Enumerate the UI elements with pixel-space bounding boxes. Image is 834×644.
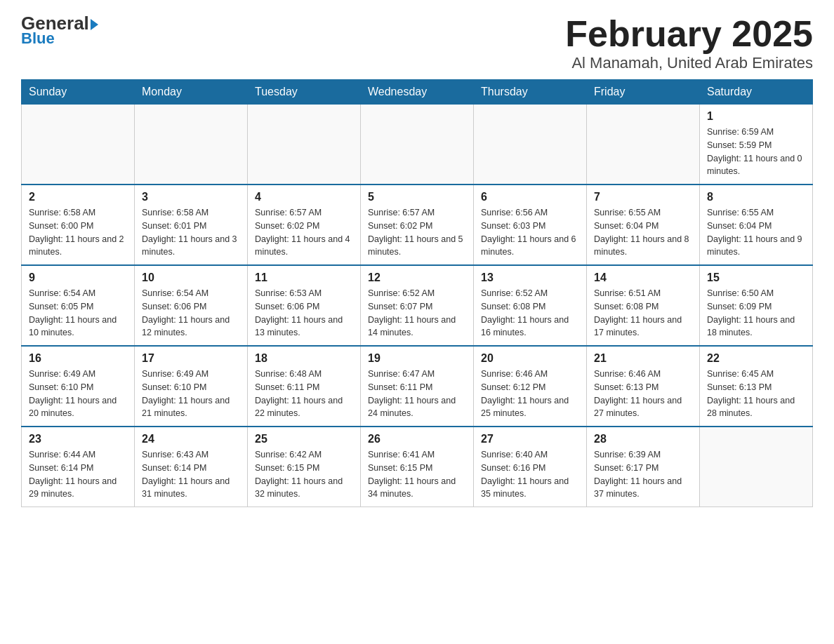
day-info: Sunrise: 6:46 AM Sunset: 6:12 PM Dayligh…: [481, 368, 579, 420]
calendar-body: 1Sunrise: 6:59 AM Sunset: 5:59 PM Daylig…: [22, 105, 813, 507]
calendar-cell: 21Sunrise: 6:46 AM Sunset: 6:13 PM Dayli…: [587, 346, 700, 427]
calendar-cell: 9Sunrise: 6:54 AM Sunset: 6:05 PM Daylig…: [22, 265, 135, 346]
calendar-cell: 2Sunrise: 6:58 AM Sunset: 6:00 PM Daylig…: [22, 185, 135, 265]
calendar-cell: 16Sunrise: 6:49 AM Sunset: 6:10 PM Dayli…: [22, 346, 135, 427]
day-info: Sunrise: 6:45 AM Sunset: 6:13 PM Dayligh…: [707, 368, 805, 420]
day-number: 19: [368, 352, 466, 365]
calendar-cell: 20Sunrise: 6:46 AM Sunset: 6:12 PM Dayli…: [474, 346, 587, 427]
day-number: 12: [368, 271, 466, 284]
day-number: 25: [255, 433, 353, 445]
day-number: 7: [594, 191, 692, 203]
calendar-cell: 3Sunrise: 6:58 AM Sunset: 6:01 PM Daylig…: [135, 185, 248, 265]
day-number: 14: [594, 271, 692, 284]
calendar-cell: 8Sunrise: 6:55 AM Sunset: 6:04 PM Daylig…: [700, 185, 813, 265]
day-info: Sunrise: 6:59 AM Sunset: 5:59 PM Dayligh…: [707, 126, 805, 178]
calendar-cell: 10Sunrise: 6:54 AM Sunset: 6:06 PM Dayli…: [135, 265, 248, 346]
calendar-week-row: 23Sunrise: 6:44 AM Sunset: 6:14 PM Dayli…: [22, 427, 813, 507]
day-number: 16: [29, 352, 127, 365]
day-info: Sunrise: 6:50 AM Sunset: 6:09 PM Dayligh…: [707, 287, 805, 340]
calendar-cell: 19Sunrise: 6:47 AM Sunset: 6:11 PM Dayli…: [361, 346, 474, 427]
header-thursday: Thursday: [474, 80, 587, 105]
calendar-subtitle: Al Manamah, United Arab Emirates: [565, 54, 813, 72]
calendar-cell: 28Sunrise: 6:39 AM Sunset: 6:17 PM Dayli…: [587, 427, 700, 507]
calendar-cell: 14Sunrise: 6:51 AM Sunset: 6:08 PM Dayli…: [587, 265, 700, 346]
calendar-cell: [474, 105, 587, 185]
day-number: 13: [481, 271, 579, 284]
day-info: Sunrise: 6:53 AM Sunset: 6:06 PM Dayligh…: [255, 287, 353, 340]
day-number: 5: [368, 191, 466, 203]
calendar-cell: [248, 105, 361, 185]
day-info: Sunrise: 6:49 AM Sunset: 6:10 PM Dayligh…: [29, 368, 127, 420]
calendar-cell: 22Sunrise: 6:45 AM Sunset: 6:13 PM Dayli…: [700, 346, 813, 427]
day-number: 26: [368, 433, 466, 445]
day-number: 17: [142, 352, 240, 365]
calendar-cell: 4Sunrise: 6:57 AM Sunset: 6:02 PM Daylig…: [248, 185, 361, 265]
day-info: Sunrise: 6:54 AM Sunset: 6:05 PM Dayligh…: [29, 287, 127, 340]
title-section: February 2025 Al Manamah, United Arab Em…: [565, 14, 813, 72]
day-info: Sunrise: 6:55 AM Sunset: 6:04 PM Dayligh…: [594, 206, 692, 259]
day-info: Sunrise: 6:58 AM Sunset: 6:01 PM Dayligh…: [142, 206, 240, 259]
calendar-cell: [135, 105, 248, 185]
day-info: Sunrise: 6:47 AM Sunset: 6:11 PM Dayligh…: [368, 368, 466, 420]
calendar-cell: 26Sunrise: 6:41 AM Sunset: 6:15 PM Dayli…: [361, 427, 474, 507]
day-info: Sunrise: 6:56 AM Sunset: 6:03 PM Dayligh…: [481, 206, 579, 259]
day-number: 18: [255, 352, 353, 365]
calendar-cell: 5Sunrise: 6:57 AM Sunset: 6:02 PM Daylig…: [361, 185, 474, 265]
day-info: Sunrise: 6:42 AM Sunset: 6:15 PM Dayligh…: [255, 448, 353, 501]
calendar-cell: [361, 105, 474, 185]
header-friday: Friday: [587, 80, 700, 105]
day-info: Sunrise: 6:40 AM Sunset: 6:16 PM Dayligh…: [481, 448, 579, 501]
day-info: Sunrise: 6:52 AM Sunset: 6:08 PM Dayligh…: [481, 287, 579, 340]
day-info: Sunrise: 6:57 AM Sunset: 6:02 PM Dayligh…: [255, 206, 353, 259]
calendar-table: Sunday Monday Tuesday Wednesday Thursday…: [21, 79, 813, 507]
header-tuesday: Tuesday: [248, 80, 361, 105]
day-number: 20: [481, 352, 579, 365]
day-info: Sunrise: 6:49 AM Sunset: 6:10 PM Dayligh…: [142, 368, 240, 420]
calendar-week-row: 2Sunrise: 6:58 AM Sunset: 6:00 PM Daylig…: [22, 185, 813, 265]
day-number: 24: [142, 433, 240, 445]
header-wednesday: Wednesday: [361, 80, 474, 105]
logo-blue-text: Blue: [21, 29, 55, 48]
calendar-cell: 23Sunrise: 6:44 AM Sunset: 6:14 PM Dayli…: [22, 427, 135, 507]
calendar-cell: [22, 105, 135, 185]
day-info: Sunrise: 6:58 AM Sunset: 6:00 PM Dayligh…: [29, 206, 127, 259]
calendar-week-row: 1Sunrise: 6:59 AM Sunset: 5:59 PM Daylig…: [22, 105, 813, 185]
day-info: Sunrise: 6:39 AM Sunset: 6:17 PM Dayligh…: [594, 448, 692, 501]
day-info: Sunrise: 6:52 AM Sunset: 6:07 PM Dayligh…: [368, 287, 466, 340]
day-info: Sunrise: 6:48 AM Sunset: 6:11 PM Dayligh…: [255, 368, 353, 420]
header-saturday: Saturday: [700, 80, 813, 105]
calendar-cell: 6Sunrise: 6:56 AM Sunset: 6:03 PM Daylig…: [474, 185, 587, 265]
day-info: Sunrise: 6:44 AM Sunset: 6:14 PM Dayligh…: [29, 448, 127, 501]
day-info: Sunrise: 6:46 AM Sunset: 6:13 PM Dayligh…: [594, 368, 692, 420]
header-monday: Monday: [135, 80, 248, 105]
calendar-cell: 27Sunrise: 6:40 AM Sunset: 6:16 PM Dayli…: [474, 427, 587, 507]
day-number: 9: [29, 271, 127, 284]
day-number: 3: [142, 191, 240, 203]
day-number: 22: [707, 352, 805, 365]
calendar-cell: 7Sunrise: 6:55 AM Sunset: 6:04 PM Daylig…: [587, 185, 700, 265]
day-number: 11: [255, 271, 353, 284]
logo-arrow-icon: [91, 19, 98, 30]
day-info: Sunrise: 6:51 AM Sunset: 6:08 PM Dayligh…: [594, 287, 692, 340]
day-number: 10: [142, 271, 240, 284]
calendar-cell: 1Sunrise: 6:59 AM Sunset: 5:59 PM Daylig…: [700, 105, 813, 185]
calendar-cell: 25Sunrise: 6:42 AM Sunset: 6:15 PM Dayli…: [248, 427, 361, 507]
calendar-cell: [700, 427, 813, 507]
day-number: 23: [29, 433, 127, 445]
day-number: 6: [481, 191, 579, 203]
calendar-week-row: 9Sunrise: 6:54 AM Sunset: 6:05 PM Daylig…: [22, 265, 813, 346]
logo: General Blue: [21, 14, 98, 48]
day-info: Sunrise: 6:57 AM Sunset: 6:02 PM Dayligh…: [368, 206, 466, 259]
calendar-cell: [587, 105, 700, 185]
day-header-row: Sunday Monday Tuesday Wednesday Thursday…: [22, 80, 813, 105]
calendar-cell: 24Sunrise: 6:43 AM Sunset: 6:14 PM Dayli…: [135, 427, 248, 507]
calendar-cell: 11Sunrise: 6:53 AM Sunset: 6:06 PM Dayli…: [248, 265, 361, 346]
calendar-cell: 15Sunrise: 6:50 AM Sunset: 6:09 PM Dayli…: [700, 265, 813, 346]
day-number: 21: [594, 352, 692, 365]
calendar-title: February 2025: [565, 14, 813, 54]
day-info: Sunrise: 6:54 AM Sunset: 6:06 PM Dayligh…: [142, 287, 240, 340]
day-number: 4: [255, 191, 353, 203]
page-header: General Blue February 2025 Al Manamah, U…: [21, 14, 813, 72]
calendar-cell: 17Sunrise: 6:49 AM Sunset: 6:10 PM Dayli…: [135, 346, 248, 427]
day-number: 8: [707, 191, 805, 203]
